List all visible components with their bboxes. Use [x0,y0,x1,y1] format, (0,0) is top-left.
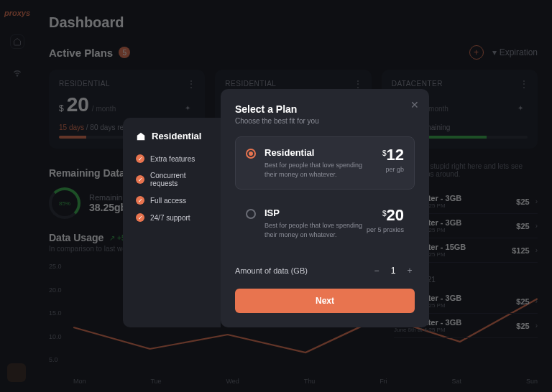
quantity-increase[interactable]: + [405,266,415,276]
home-icon [136,131,146,141]
feature-item: ✓Full access [136,196,208,205]
modal-subtitle: Choose the best fit for you [235,117,415,125]
check-icon: ✓ [136,154,144,163]
radio-icon [246,149,256,159]
quantity-decrease[interactable]: − [372,266,382,276]
quantity-value: 1 [389,266,397,276]
feature-item: ✓Concurrent requests [136,172,208,187]
check-icon: ✓ [136,175,144,184]
feature-item: ✓Extra features [136,154,208,163]
plan-option[interactable]: ISPBest for people that love spending th… [235,197,415,250]
select-plan-modal: ✕ Select a Plan Choose the best fit for … [221,89,429,327]
quantity-label: Amount of data (GB) [235,266,308,275]
feature-item: ✓24/7 support [136,213,208,222]
features-panel: Residential ✓Extra features✓Concurrent r… [123,118,221,327]
modal-title: Select a Plan [235,103,415,115]
radio-icon [246,209,256,219]
plan-option[interactable]: ResidentialBest for people that love spe… [235,136,415,190]
next-button[interactable]: Next [235,289,415,313]
check-icon: ✓ [136,196,144,205]
features-title: Residential [152,131,201,141]
close-icon[interactable]: ✕ [410,99,419,111]
check-icon: ✓ [136,213,144,222]
quantity-stepper[interactable]: − 1 + [372,266,415,276]
modal-overlay: Residential ✓Extra features✓Concurrent r… [0,0,552,392]
